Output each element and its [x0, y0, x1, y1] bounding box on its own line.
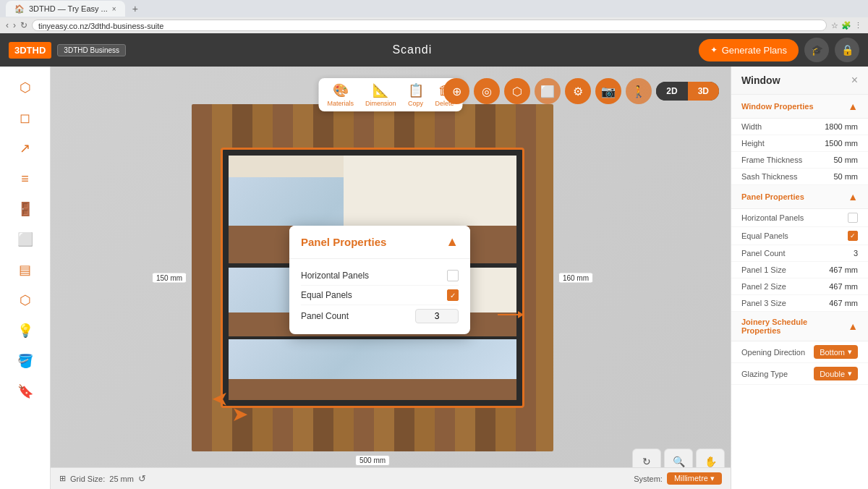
tool-layers[interactable]: ≡	[9, 165, 41, 192]
toolbar-dimension[interactable]: 📐 Dimension	[365, 82, 396, 107]
toolbar-materials[interactable]: 🎨 Materials	[327, 82, 354, 107]
reload-btn[interactable]: ↻	[20, 20, 27, 30]
rp-horizontal-checkbox[interactable]	[848, 213, 858, 223]
joinery-section-title: Joinery Schedule Properties	[741, 318, 848, 335]
view-box-btn[interactable]: ⬜	[535, 78, 561, 104]
panel-popup: Panel Properties ▲ Horizontal Panels Equ…	[289, 226, 470, 334]
rp-panel3-size: Panel 3 Size 467 mm	[731, 295, 868, 312]
extensions-btn[interactable]: 🧩	[841, 21, 851, 30]
panel-count-input[interactable]	[415, 309, 459, 323]
panel-properties-section-title: Panel Properties	[741, 192, 804, 201]
back-btn[interactable]: ‹	[6, 20, 9, 30]
frame-thickness-label: Frame Thickness	[741, 156, 802, 164]
view-person-btn[interactable]: 🚶	[626, 78, 652, 104]
canvas-area[interactable]: 🎨 Materials 📐 Dimension 📋 Copy 🗑 Delete …	[51, 67, 731, 489]
tab-title: 3DTHD — Try Easy ...	[29, 4, 108, 13]
close-panel-btn[interactable]: ×	[851, 74, 858, 87]
logo: 3DTHD	[9, 42, 51, 59]
sash-thickness-label: Sash Thickness	[741, 172, 797, 181]
equal-panels-row: Equal Panels ✓	[301, 286, 459, 305]
account-btn[interactable]: 🔒	[835, 38, 859, 62]
glazing-type-dropdown[interactable]: Double ▾	[814, 367, 858, 380]
tool-paint[interactable]: 🪣	[9, 347, 41, 375]
app-title: Scandi	[392, 43, 432, 56]
tool-light[interactable]: 💡	[9, 317, 41, 344]
rp-panel1-value: 467 mm	[829, 265, 858, 274]
sash-thickness-value: 50 mm	[833, 172, 858, 181]
rp-panel3-value: 467 mm	[829, 299, 858, 307]
glass-interior-bottom	[229, 339, 516, 400]
panel-collapse-btn[interactable]: ▲	[446, 234, 459, 250]
window-panel-header: Window ×	[731, 67, 868, 95]
system-dropdown[interactable]: Millimetre ▾	[667, 472, 722, 485]
tool-roof[interactable]: ⬡	[9, 74, 41, 101]
tool-stairs[interactable]: ▤	[9, 256, 41, 284]
sash-thickness-prop: Sash Thickness 50 mm	[731, 169, 868, 185]
new-tab-btn[interactable]: +	[128, 1, 142, 16]
connector-arrow	[498, 314, 519, 315]
forward-btn[interactable]: ›	[13, 20, 16, 30]
view-controls: ⊕ ◎ ⬡ ⬜ ⚙ 📷 🚶 2D 3D	[443, 78, 719, 104]
tool-cube[interactable]: ◻	[9, 104, 41, 132]
glazing-type-value: Double	[820, 370, 845, 378]
main-area: ⬡ ◻ ↗ ≡ 🚪 ⬜ ▤ ⬡ 💡 🪣 🔖 🎨 Materials 📐 Dime…	[0, 67, 868, 489]
materials-icon: 🎨	[333, 82, 349, 98]
height-prop: Height 1500 mm	[731, 135, 868, 152]
horizontal-panels-row: Horizontal Panels	[301, 266, 459, 286]
arrow-left: ➤	[212, 388, 229, 412]
url-input[interactable]: tinyeasy.co.nz/3dthd-business-suite	[32, 20, 827, 31]
glazing-type-prop: Glazing Type Double ▾	[731, 363, 868, 385]
rp-panel-count-label: Panel Count	[741, 249, 786, 258]
window-glass-bottom	[229, 339, 516, 400]
browser-tab[interactable]: 🏠 3DTHD — Try Easy ... ×	[6, 1, 125, 17]
equal-panels-checkbox[interactable]: ✓	[447, 289, 459, 301]
left-toolbar: ⬡ ◻ ↗ ≡ 🚪 ⬜ ▤ ⬡ 💡 🪣 🔖	[0, 67, 51, 489]
joinery-collapse[interactable]: ▲	[848, 320, 858, 332]
address-bar: ‹ › ↻ tinyeasy.co.nz/3dthd-business-suit…	[0, 17, 868, 33]
window-properties-collapse[interactable]: ▲	[848, 101, 858, 112]
window-properties-title: Window Properties	[741, 102, 814, 111]
panel-popup-title: Panel Properties	[301, 236, 386, 248]
menu-btn[interactable]: ⋮	[854, 21, 862, 30]
tab-close-btn[interactable]: ×	[112, 5, 116, 13]
view-camera-btn[interactable]: 📷	[595, 78, 621, 104]
rp-equal-panels-label: Equal Panels	[741, 231, 788, 240]
panel-properties-collapse[interactable]: ▲	[848, 191, 858, 203]
generate-plans-btn[interactable]: Generate Plans	[699, 39, 799, 61]
rp-equal-checkbox[interactable]: ✓	[848, 231, 858, 241]
tool-shapes[interactable]: ⬡	[9, 286, 41, 314]
grid-reset-btn[interactable]: ↺	[138, 473, 146, 484]
view-circle-btn[interactable]: ◎	[474, 78, 500, 104]
view-settings-btn[interactable]: ⚙	[565, 78, 591, 104]
height-label: Height	[741, 139, 765, 148]
dimension-icon: 📐	[373, 82, 388, 98]
view-layers-btn[interactable]: ⊕	[443, 78, 469, 104]
window-panel-title: Window	[741, 75, 780, 86]
frame-thickness-value: 50 mm	[833, 156, 858, 164]
mode-toggle: 2D 3D	[656, 82, 719, 101]
tool-door[interactable]: 🚪	[9, 195, 41, 223]
tool-corner[interactable]: ↗	[9, 135, 41, 162]
tool-bookmark[interactable]: 🔖	[9, 378, 41, 405]
grid-size-label: Grid Size:	[70, 475, 105, 483]
toolbar-copy[interactable]: 📋 Copy	[408, 82, 424, 107]
rp-panel-count-value: 3	[854, 249, 858, 258]
dim-right: 160 mm	[558, 273, 593, 284]
help-btn[interactable]: 🎓	[804, 38, 829, 62]
opening-direction-dropdown[interactable]: Bottom ▾	[814, 345, 858, 359]
grid-icon: ⊞	[59, 474, 66, 483]
horizontal-panels-checkbox[interactable]	[447, 270, 459, 281]
app-header: 3DTHD 3DTHD Business Scandi Generate Pla…	[0, 33, 868, 67]
browser-actions: ☆ 🧩 ⋮	[831, 21, 862, 30]
height-value: 1500 mm	[825, 139, 858, 148]
rp-panel3-label: Panel 3 Size	[741, 299, 786, 307]
horizontal-panels-label: Horizontal Panels	[301, 271, 369, 281]
rp-panel2-value: 467 mm	[829, 282, 858, 291]
logo-text: 3DTHD	[14, 45, 46, 56]
mode-2d-btn[interactable]: 2D	[656, 82, 687, 101]
bookmark-btn[interactable]: ☆	[831, 21, 838, 30]
view-cube-btn[interactable]: ⬡	[504, 78, 530, 104]
tool-window[interactable]: ⬜	[9, 226, 41, 253]
mode-3d-btn[interactable]: 3D	[688, 82, 719, 101]
business-badge: 3DTHD Business	[57, 44, 126, 56]
